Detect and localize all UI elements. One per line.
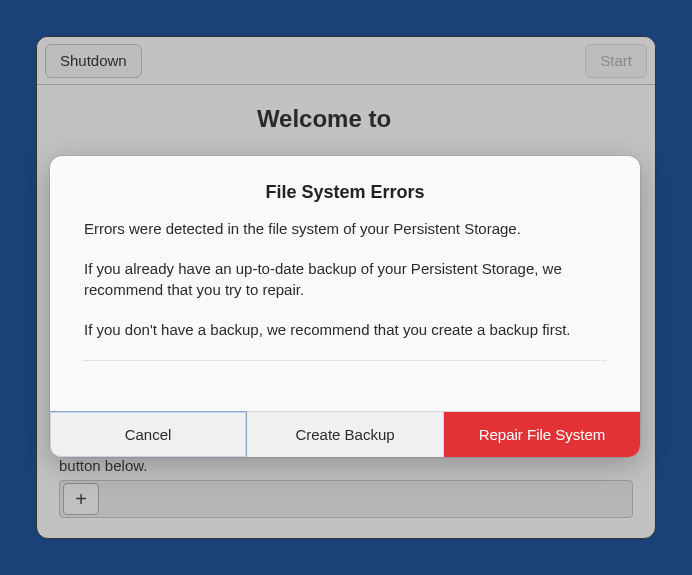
dialog-message-2: If you already have an up-to-date backup… [84, 259, 606, 300]
start-button[interactable]: Start [585, 44, 647, 78]
separator [84, 360, 606, 361]
hint-text: button below. [59, 455, 633, 476]
dialog-content: File System Errors Errors were detected … [50, 156, 640, 411]
dialog-message-1: Errors were detected in the file system … [84, 219, 606, 239]
create-backup-button[interactable]: Create Backup [247, 412, 444, 457]
dialog-message-3: If you don't have a backup, we recommend… [84, 320, 606, 340]
filesystem-errors-dialog: File System Errors Errors were detected … [50, 156, 640, 457]
titlebar: Shutdown Start [37, 37, 655, 85]
dialog-title: File System Errors [84, 182, 606, 203]
plus-icon: + [75, 489, 87, 509]
add-button[interactable]: + [63, 483, 99, 515]
dialog-buttons: Cancel Create Backup Repair File System [50, 411, 640, 457]
cancel-button[interactable]: Cancel [50, 411, 247, 457]
page-title: Welcome to [59, 105, 589, 133]
repair-file-system-button[interactable]: Repair File System [444, 412, 640, 457]
shutdown-button[interactable]: Shutdown [45, 44, 142, 78]
add-row: + [59, 480, 633, 518]
